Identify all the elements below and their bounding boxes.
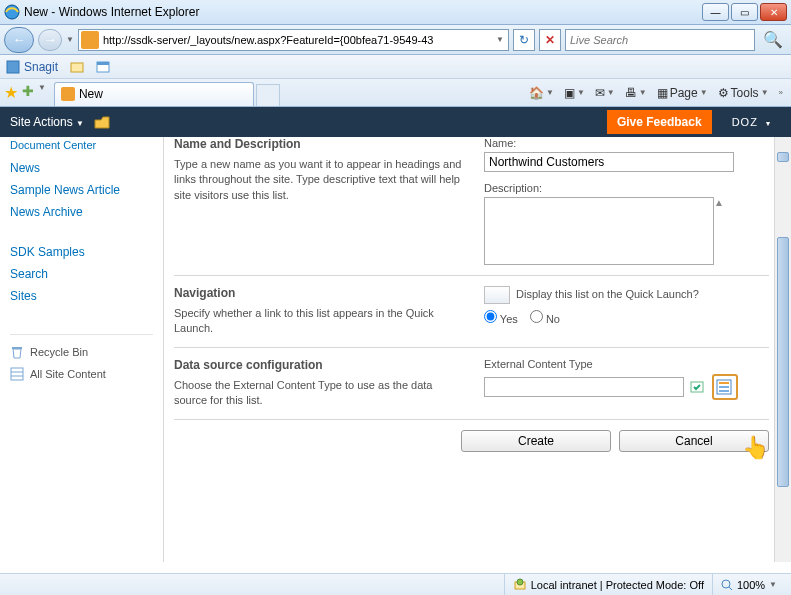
maximize-button[interactable]: ▭	[731, 3, 758, 21]
form-pane: Name and Description Type a new name as …	[164, 137, 791, 562]
close-button[interactable]: ✕	[760, 3, 787, 21]
recycle-bin-icon	[10, 345, 24, 359]
description-textarea[interactable]	[484, 197, 714, 265]
section-desc-dsc: Choose the External Content Type to use …	[174, 378, 464, 409]
ect-input[interactable]	[484, 377, 684, 397]
window-titlebar: New - Windows Internet Explorer — ▭ ✕	[0, 0, 791, 25]
create-button[interactable]: Create	[461, 430, 611, 452]
history-dropdown[interactable]: ▼	[66, 35, 74, 44]
entity-picker-icon	[716, 378, 734, 396]
section-title-dsc: Data source configuration	[174, 358, 464, 372]
navigate-up-icon[interactable]	[94, 115, 110, 129]
status-bar: Local intranet | Protected Mode: Off 100…	[0, 573, 791, 595]
ect-label: External Content Type	[484, 358, 769, 370]
new-tab-button[interactable]	[256, 84, 280, 106]
ql-yes-option[interactable]: Yes	[484, 310, 518, 325]
zoom-control[interactable]: 100% ▼	[712, 574, 785, 596]
nav-toolbar: ← → ▼ ▼ ↻ ✕ 🔍	[0, 25, 791, 55]
favorites-add-icon[interactable]: ★	[4, 83, 18, 102]
section-title-nav: Navigation	[174, 286, 464, 300]
nav-heading-truncated[interactable]: Document Center	[10, 139, 153, 151]
window-title: New - Windows Internet Explorer	[24, 5, 199, 19]
favorites-bar-icon[interactable]: ✚	[22, 83, 34, 102]
ect-check-button[interactable]	[688, 377, 708, 397]
mail-button[interactable]: ✉▼	[591, 84, 619, 102]
forward-button[interactable]: →	[38, 29, 62, 51]
recycle-bin-link[interactable]: Recycle Bin	[10, 341, 153, 363]
address-bar[interactable]: ▼	[78, 29, 509, 51]
section-data-source: Data source configuration Choose the Ext…	[174, 347, 769, 419]
refresh-button[interactable]: ↻	[513, 29, 535, 51]
section-desc-name: Type a new name as you want it to appear…	[174, 157, 464, 203]
svg-rect-11	[719, 382, 729, 384]
quick-launch-preview-icon	[484, 286, 510, 304]
toolbar-overflow[interactable]: »	[775, 88, 787, 97]
nav-news[interactable]: News	[10, 157, 153, 179]
feedback-button[interactable]: Give Feedback	[607, 110, 712, 134]
nav-search[interactable]: Search	[10, 263, 153, 285]
svg-rect-6	[11, 368, 23, 380]
nav-sites[interactable]: Sites	[10, 285, 153, 307]
description-label: Description:	[484, 182, 769, 194]
ect-picker-button[interactable]	[712, 374, 738, 400]
nav-sample-news[interactable]: Sample News Article	[10, 179, 153, 201]
page-menu[interactable]: ▦ Page▼	[653, 84, 712, 102]
tab-title: New	[79, 87, 103, 101]
minimize-button[interactable]: —	[702, 3, 729, 21]
nav-news-archive[interactable]: News Archive	[10, 201, 153, 223]
section-navigation: Navigation Specify whether a link to thi…	[174, 275, 769, 347]
snagit-link[interactable]: Snagit	[6, 60, 58, 74]
print-button[interactable]: 🖶▼	[621, 84, 651, 102]
all-site-content-link[interactable]: All Site Content	[10, 363, 153, 385]
form-button-row: Create Cancel	[174, 419, 769, 462]
home-button[interactable]: 🏠▼	[525, 84, 558, 102]
svg-line-17	[729, 587, 732, 590]
tab-favicon	[61, 87, 75, 101]
name-input[interactable]	[484, 152, 734, 172]
scroll-thumb[interactable]	[777, 237, 789, 487]
security-zone[interactable]: Local intranet | Protected Mode: Off	[504, 574, 712, 596]
url-dropdown[interactable]: ▼	[492, 35, 508, 44]
page-content: Document Center News Sample News Article…	[0, 137, 791, 562]
site-actions-menu[interactable]: Site Actions ▼	[10, 115, 84, 129]
quick-launch: Document Center News Sample News Article…	[0, 137, 164, 562]
favorites-dropdown[interactable]: ▼	[38, 83, 46, 102]
ql-no-radio[interactable]	[530, 310, 543, 323]
svg-rect-5	[12, 347, 22, 349]
cancel-button[interactable]: Cancel	[619, 430, 769, 452]
scroll-thumb-top[interactable]	[777, 152, 789, 162]
section-desc-nav: Specify whether a link to this list appe…	[174, 306, 464, 337]
content-scrollbar[interactable]	[774, 137, 791, 562]
svg-rect-13	[719, 390, 729, 392]
links-toolbar: Snagit	[0, 55, 791, 79]
url-input[interactable]	[101, 30, 492, 50]
svg-point-16	[722, 580, 730, 588]
sharepoint-ribbon: Site Actions ▼ Give Feedback DOZ ▾	[0, 107, 791, 137]
ie-icon	[4, 4, 20, 20]
browser-tab[interactable]: New	[54, 82, 254, 106]
links-icon-1[interactable]	[70, 60, 84, 74]
svg-rect-1	[7, 61, 19, 73]
user-menu[interactable]: DOZ ▾	[722, 116, 781, 128]
name-label: Name:	[484, 137, 769, 149]
svg-rect-2	[71, 63, 83, 72]
intranet-icon	[513, 578, 527, 592]
check-names-icon	[690, 379, 706, 395]
all-content-icon	[10, 367, 24, 381]
stop-button[interactable]: ✕	[539, 29, 561, 51]
site-favicon	[81, 31, 99, 49]
links-icon-2[interactable]	[96, 60, 110, 74]
nav-sdk-samples[interactable]: SDK Samples	[10, 241, 153, 263]
feeds-button[interactable]: ▣▼	[560, 84, 589, 102]
ql-no-option[interactable]: No	[530, 310, 560, 325]
section-title-name: Name and Description	[174, 137, 464, 151]
browser-search-input[interactable]	[565, 29, 755, 51]
back-button[interactable]: ←	[4, 27, 34, 53]
search-button[interactable]: 🔍	[759, 30, 787, 49]
tools-menu[interactable]: ⚙ Tools▼	[714, 84, 773, 102]
ql-yes-radio[interactable]	[484, 310, 497, 323]
zoom-icon	[721, 579, 733, 591]
quick-launch-prompt: Display this list on the Quick Launch?	[516, 288, 699, 300]
snagit-icon	[6, 60, 20, 74]
tab-bar: ★ ✚ ▼ New 🏠▼ ▣▼ ✉▼ 🖶▼ ▦ Page▼ ⚙ Tools▼ »	[0, 79, 791, 107]
